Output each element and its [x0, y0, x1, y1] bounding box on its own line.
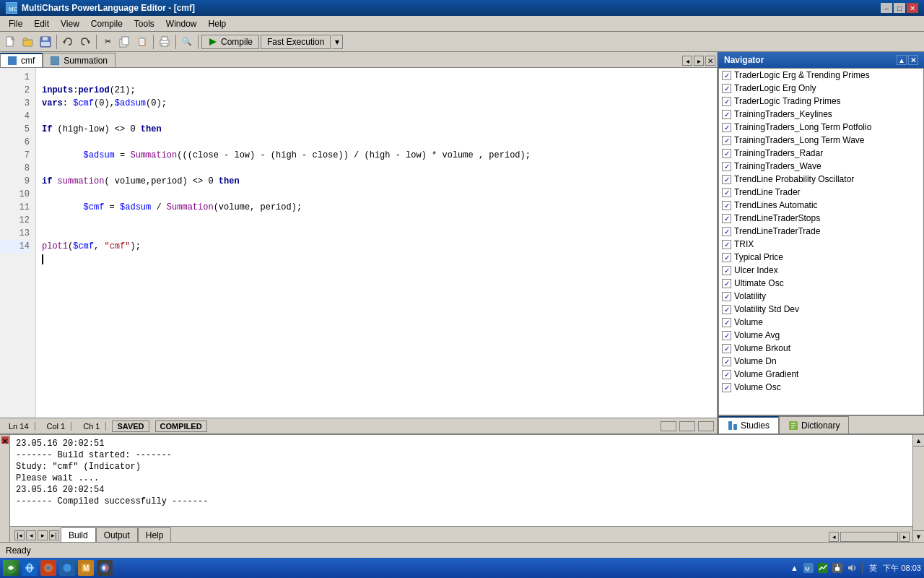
nav-checkbox[interactable]	[722, 84, 731, 93]
redo-button[interactable]	[77, 34, 93, 50]
tray-arrow[interactable]: ▲	[788, 562, 800, 574]
nav-close-button[interactable]: ✕	[908, 55, 918, 65]
chrome-icon[interactable]	[97, 560, 113, 576]
menu-file[interactable]: File	[3, 17, 28, 30]
next-tab-button[interactable]: ▸	[694, 56, 704, 66]
menu-compile[interactable]: Compile	[85, 17, 128, 30]
vscroll-down-bottom[interactable]: ▼	[913, 530, 924, 542]
firefox-icon[interactable]	[40, 560, 56, 576]
nav-checkbox[interactable]	[722, 240, 731, 249]
list-item[interactable]: Ultimate Osc	[719, 277, 923, 290]
list-item[interactable]: TrainingTraders_Wave	[719, 160, 923, 173]
nav-checkbox[interactable]	[722, 279, 731, 288]
cut-button[interactable]: ✂	[100, 34, 116, 50]
tray-network[interactable]	[832, 562, 843, 574]
tray-volume[interactable]	[846, 562, 858, 574]
code-content[interactable]: inputs:period(21); vars: $cmf(0),$adsum(…	[36, 68, 717, 418]
nav-checkbox[interactable]	[722, 149, 731, 158]
list-item[interactable]: TraderLogic Erg & Trending Primes	[719, 69, 923, 82]
list-item[interactable]: Ulcer Index	[719, 264, 923, 277]
list-item[interactable]: TrendLine Trader	[719, 186, 923, 199]
tab-output[interactable]: Output	[96, 527, 138, 542]
ie-icon[interactable]	[22, 560, 38, 576]
scroll-next-button[interactable]: ▸	[38, 530, 48, 540]
nav-checkbox[interactable]	[722, 344, 731, 353]
tray-lang[interactable]: 英	[867, 562, 879, 574]
nav-checkbox[interactable]	[722, 123, 731, 132]
list-item[interactable]: TRIX	[719, 238, 923, 251]
menu-edit[interactable]: Edit	[28, 17, 55, 30]
list-item[interactable]: Typical Price	[719, 251, 923, 264]
list-item[interactable]: Volume Brkout	[719, 342, 923, 355]
menu-window[interactable]: Window	[160, 17, 203, 30]
nav-checkbox[interactable]	[722, 292, 731, 301]
list-item[interactable]: TrainingTraders_Long Term Potfolio	[719, 121, 923, 134]
nav-checkbox[interactable]	[722, 253, 731, 262]
list-item[interactable]: TrainingTraders_Long Term Wave	[719, 134, 923, 147]
scroll-prev-button[interactable]: ◂	[26, 530, 36, 540]
nav-checkbox[interactable]	[722, 305, 731, 314]
tray-chart[interactable]	[817, 562, 829, 574]
compile-button[interactable]: Compile	[201, 35, 259, 49]
nav-checkbox[interactable]	[722, 162, 731, 171]
hscroll-right[interactable]: ▸	[899, 532, 910, 542]
paste-button[interactable]: 📋	[134, 34, 150, 50]
tab-cmf[interactable]: cmf	[0, 53, 43, 67]
nav-up-button[interactable]: ▲	[897, 55, 907, 65]
hscroll-left[interactable]: ◂	[829, 532, 839, 542]
prev-tab-button[interactable]: ◂	[682, 56, 692, 66]
maximize-button[interactable]: □	[894, 3, 905, 13]
tray-mc[interactable]: M	[803, 562, 814, 574]
list-item[interactable]: TraderLogic Trading Primes	[719, 95, 923, 108]
nav-checkbox[interactable]	[722, 227, 731, 236]
list-item[interactable]: Volume Gradient	[719, 368, 923, 381]
list-item[interactable]: TrendLines Automatic	[719, 199, 923, 212]
tab-summation[interactable]: Summation	[43, 53, 116, 67]
nav-checkbox[interactable]	[722, 201, 731, 210]
nav-checkbox[interactable]	[722, 188, 731, 197]
menu-view[interactable]: View	[55, 17, 85, 30]
scroll-right[interactable]	[679, 421, 695, 431]
menu-tools[interactable]: Tools	[128, 17, 160, 30]
list-item[interactable]: Volume Avg	[719, 329, 923, 342]
list-item[interactable]: TrendLineTraderStops	[719, 212, 923, 225]
code-editor[interactable]: 12345 678910 11121314 inputs:period(21);…	[0, 68, 717, 418]
new-button[interactable]	[3, 34, 19, 50]
app2-icon[interactable]: M	[78, 560, 94, 576]
copy-button[interactable]	[117, 34, 133, 50]
open-button[interactable]	[20, 34, 36, 50]
scroll-last-button[interactable]: ▸|	[49, 530, 59, 540]
navigator-list[interactable]: TraderLogic Erg & Trending Primes Trader…	[718, 68, 924, 415]
nav-checkbox[interactable]	[722, 71, 731, 80]
nav-checkbox[interactable]	[722, 331, 731, 340]
list-item[interactable]: Volatility	[719, 290, 923, 303]
scroll-left[interactable]	[661, 421, 676, 431]
nav-checkbox[interactable]	[722, 370, 731, 379]
list-item[interactable]: Volume Dn	[719, 355, 923, 368]
tab-studies[interactable]: Studies	[718, 416, 779, 434]
vscroll-up-bottom[interactable]: ▲	[913, 435, 924, 447]
hscroll-track[interactable]	[840, 532, 898, 542]
nav-checkbox[interactable]	[722, 318, 731, 327]
close-tab-button[interactable]: ✕	[705, 56, 715, 66]
list-item[interactable]: Volume	[719, 316, 923, 329]
print-button[interactable]	[157, 34, 173, 50]
list-item[interactable]: Volatility Std Dev	[719, 303, 923, 316]
ie2-icon[interactable]	[59, 560, 75, 576]
find-button[interactable]: 🔍	[179, 34, 195, 50]
close-button[interactable]: ✕	[907, 3, 918, 13]
nav-checkbox[interactable]	[722, 136, 731, 145]
undo-button[interactable]	[60, 34, 76, 50]
list-item[interactable]: TraderLogic Erg Only	[719, 82, 923, 95]
tab-build[interactable]: Build	[61, 527, 96, 542]
scroll-first-button[interactable]: |◂	[14, 530, 25, 540]
menu-help[interactable]: Help	[203, 17, 232, 30]
execution-mode-dropdown[interactable]: ▾	[332, 35, 343, 49]
save-button[interactable]	[38, 34, 53, 50]
start-button[interactable]	[3, 560, 19, 576]
nav-checkbox[interactable]	[722, 110, 731, 119]
nav-checkbox[interactable]	[722, 357, 731, 366]
list-item[interactable]: TrainingTraders_Radar	[719, 147, 923, 160]
list-item[interactable]: Volume Osc	[719, 381, 923, 394]
nav-checkbox[interactable]	[722, 175, 731, 184]
